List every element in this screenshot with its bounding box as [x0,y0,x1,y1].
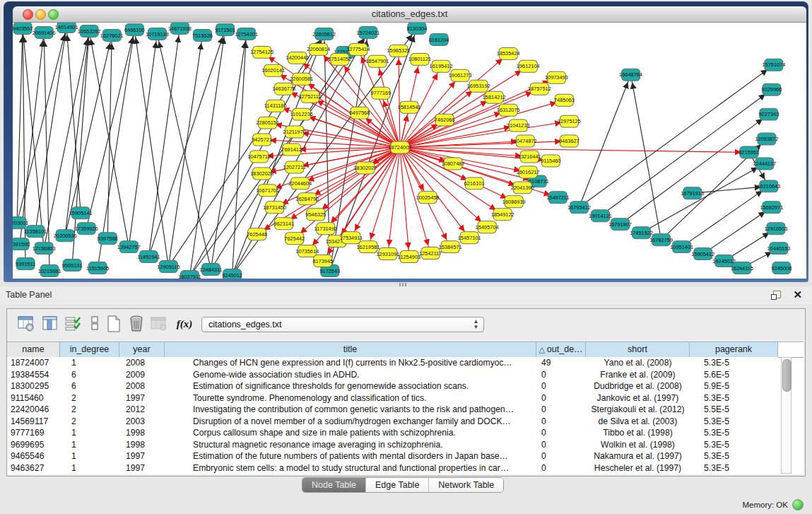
table-row[interactable]: 1456911722003Disruption of a novel membe… [7,416,778,428]
table-row[interactable]: 977716911998Corpus callosum shape and si… [7,427,778,439]
network-node-label: 9227343 [759,111,779,117]
table-cell: 19384554 [7,369,60,381]
network-node-label: 22044604 [288,180,312,187]
table-cell: 0 [536,392,586,404]
network-node-label: 12754125 [250,49,273,55]
tab-network-table[interactable]: Network Table [428,478,503,492]
select-rows-check-icon[interactable] [64,315,82,333]
table-row[interactable]: 946554611997Estimation of the future num… [7,450,778,462]
table-row[interactable]: 1938455462009Genome-wide association stu… [7,369,778,381]
status-bar: Memory: OK [742,499,804,510]
table-panel-body: f(x) citations_edges.txt ▲▼ name in_degr… [6,308,806,477]
network-edge [17,28,23,223]
network-node-label: 6466100 [124,27,145,33]
network-node-label: 9463627 [559,138,579,144]
table-cell: 2008 [119,357,165,369]
table-cell: 49 [536,357,586,369]
tab-edge-table[interactable]: Edge Table [365,478,428,492]
network-node-label: 16016217 [517,169,540,175]
network-node-label: 20206536 [54,233,77,239]
network-node-label: 12542117 [419,250,442,257]
table-cell: 9777169 [7,427,60,439]
table-cell: 18724007 [7,357,60,369]
column-header-name[interactable]: name [7,342,60,357]
network-node-label: 15905412 [691,251,714,257]
table-cell: 0 [536,450,586,462]
network-node-label: 10215681 [38,268,61,274]
table-cell: 6 [60,369,119,381]
network-node-label: 9391511 [16,261,35,267]
table-row[interactable]: 1830029562008Estimation of significance … [7,380,778,392]
table-row[interactable]: 911546021997Tourette syndrome. Phenomeno… [7,392,778,404]
network-edge [400,141,569,148]
new-table-icon[interactable] [105,315,123,333]
network-node-label: 9329966 [762,86,782,93]
network-node-label: 18535424 [497,50,520,57]
network-node-label: 18302027 [353,165,377,171]
delete-table-icon[interactable] [127,315,146,333]
tab-node-table[interactable]: Node Table [302,478,365,492]
network-edge [631,75,661,240]
table-row[interactable]: 2242004622012Investigating the contribut… [7,404,778,416]
network-node-label: 9171501 [215,27,235,33]
column-header-in-degree[interactable]: in_degree [60,342,119,357]
sort-ascending-icon: △ [539,345,544,354]
table-row[interactable]: 969969511998Structural magnetic resonanc… [7,439,778,451]
memory-ok-indicator-icon[interactable] [792,499,804,510]
table-cell: 2 [60,416,119,428]
network-canvas[interactable]: 9403557206914061401490110653287152760216… [13,23,806,279]
network-edge [703,207,772,254]
network-node-label: 19061273 [449,72,472,78]
network-node-label: 15497211 [546,194,569,201]
network-node-label: 7625442 [284,235,305,242]
network-node-label: 19612104 [517,63,540,69]
table-cell: Dudbridge et al. (2008) [586,380,690,392]
column-header-year[interactable]: year [119,342,165,357]
network-edge [86,30,134,228]
network-node-label: 11012236 [290,111,313,117]
network-node-label: 7462066 [435,117,455,123]
merge-rows-icon[interactable] [86,315,105,333]
network-edge [579,65,773,207]
network-node-label: 8173945 [312,258,333,264]
select-columns-icon[interactable] [41,315,59,333]
network-node-label: 7691412 [281,146,302,153]
column-header-pagerank[interactable]: pagerank [690,342,778,357]
network-table-select[interactable]: citations_edges.txt ▲▼ [201,317,484,332]
table-row[interactable]: 1872400712008Changes of HCN gene express… [7,357,778,369]
close-panel-icon[interactable]: ✕ [793,288,802,301]
table-cell: 0 [536,427,586,439]
network-edge [400,100,564,148]
network-node-label: 16791913 [681,190,704,197]
table-cell: 0 [536,439,586,451]
network-node-label: 9403557 [13,25,33,32]
window-titlebar[interactable]: citations_edges.txt [13,6,806,23]
table-vertical-scrollbar[interactable] [781,357,792,474]
network-node-label: 13942757 [117,244,141,250]
column-header-title[interactable]: title [165,342,536,357]
float-window-icon[interactable] [771,291,781,300]
network-node-label: 10440153 [767,245,790,252]
scrollbar-thumb[interactable] [782,359,792,392]
network-node-label: 15751074 [762,62,785,68]
column-header-short[interactable]: short [586,342,690,357]
network-node-label: 9397588 [98,235,118,242]
network-edge [168,35,202,267]
function-builder-icon[interactable]: f(x) [175,315,194,333]
network-node-label: 7515526 [192,33,213,39]
network-node-label: 10653287 [78,28,101,35]
network-node-label: 17534911 [340,235,363,241]
table-row[interactable]: 946362711997Embryonic stem cells: a mode… [7,462,778,474]
table-settings-icon[interactable] [17,315,35,333]
network-edge [316,148,400,215]
network-node-label: 10474872 [514,138,537,144]
network-node-label: 7485063 [554,97,575,103]
table-cell: 22420046 [7,404,60,416]
table-cell: 1 [60,357,119,369]
table-cell: 5.3E-5 [690,439,778,451]
network-node-label: 22600581 [290,76,313,82]
network-node-label: 15724021 [356,30,379,36]
table-cell: Corpus callosum shape and size in male p… [165,427,536,439]
column-header-out-degree[interactable]: △out_de… [536,342,586,357]
network-node-label: 21211970 [283,129,306,135]
